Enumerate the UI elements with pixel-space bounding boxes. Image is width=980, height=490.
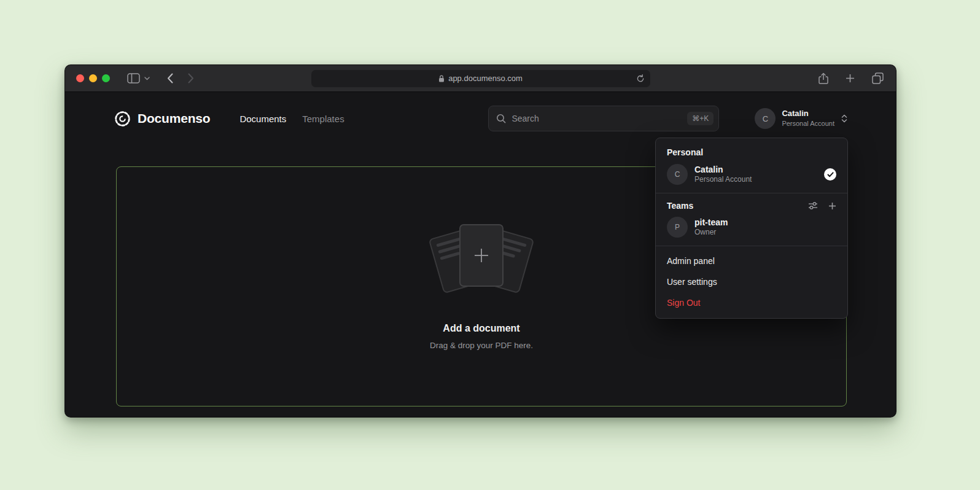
- team-role: Owner: [694, 228, 728, 238]
- search-shortcut-badge: ⌘+K: [687, 112, 714, 125]
- personal-subtitle: Personal Account: [694, 175, 752, 185]
- menu-item-sign-out[interactable]: Sign Out: [661, 292, 842, 313]
- nav-documents[interactable]: Documents: [239, 114, 286, 124]
- sidebar-chevron-down-icon[interactable]: [144, 77, 150, 80]
- account-menu-trigger[interactable]: C Catalin Personal Account: [755, 108, 848, 129]
- search-input[interactable]: [511, 114, 682, 123]
- document-stack-illustration: [417, 223, 546, 306]
- back-button[interactable]: [167, 73, 173, 84]
- tab-overview-icon[interactable]: [872, 72, 884, 84]
- window-controls: [65, 74, 110, 82]
- menu-personal-label: Personal: [661, 143, 842, 160]
- app-header: Documenso Documents Templates ⌘+K C Cata…: [65, 92, 896, 131]
- documenso-logo-icon: [114, 111, 131, 127]
- menu-item-team-pit-team[interactable]: P pit-team Owner: [661, 213, 842, 241]
- close-window-button[interactable]: [76, 74, 84, 82]
- brand[interactable]: Documenso: [114, 111, 210, 127]
- team-avatar: P: [667, 217, 688, 238]
- main-nav: Documents Templates: [239, 114, 344, 124]
- lock-icon: [438, 75, 445, 82]
- search-icon: [496, 114, 506, 123]
- dropzone-title: Add a document: [443, 323, 519, 334]
- chevron-up-down-icon: [841, 114, 848, 123]
- account-dropdown-menu: Personal C Catalin Personal Account Team…: [655, 138, 848, 319]
- account-name: Catalin: [782, 109, 834, 119]
- address-bar[interactable]: app.documenso.com: [311, 70, 650, 87]
- menu-item-user-settings[interactable]: User settings: [661, 271, 842, 292]
- browser-window: app.documenso.com Documenso: [64, 64, 896, 418]
- forward-button[interactable]: [188, 73, 194, 84]
- dropzone-subtitle: Drag & drop your PDF here.: [430, 341, 533, 350]
- share-icon[interactable]: [819, 72, 828, 85]
- minimize-window-button[interactable]: [89, 74, 97, 82]
- nav-templates[interactable]: Templates: [302, 114, 344, 124]
- personal-name: Catalin: [694, 164, 752, 175]
- fullscreen-window-button[interactable]: [102, 74, 110, 82]
- menu-teams-label: Teams: [667, 201, 693, 211]
- brand-name: Documenso: [138, 111, 210, 126]
- reload-icon[interactable]: [636, 74, 645, 83]
- add-document-card-icon: [459, 224, 504, 287]
- personal-avatar: C: [667, 164, 688, 185]
- browser-titlebar: app.documenso.com: [65, 65, 896, 92]
- team-name: pit-team: [694, 217, 728, 228]
- menu-item-admin-panel[interactable]: Admin panel: [661, 251, 842, 271]
- search-box[interactable]: ⌘+K: [488, 106, 719, 131]
- menu-divider: [656, 193, 847, 193]
- menu-teams-header: Teams: [661, 198, 842, 213]
- manage-teams-icon[interactable]: [808, 201, 818, 210]
- url-text: app.documenso.com: [448, 74, 523, 83]
- add-team-plus-icon[interactable]: [828, 202, 836, 210]
- sidebar-toggle-icon[interactable]: [127, 73, 140, 84]
- account-avatar: C: [755, 108, 776, 129]
- selected-check-icon: [824, 168, 836, 181]
- account-subtitle: Personal Account: [782, 119, 834, 128]
- new-tab-plus-icon[interactable]: [846, 74, 855, 83]
- menu-item-personal-account[interactable]: C Catalin Personal Account: [661, 160, 842, 189]
- menu-divider: [656, 246, 847, 246]
- documenso-page: Documenso Documents Templates ⌘+K C Cata…: [65, 92, 896, 418]
